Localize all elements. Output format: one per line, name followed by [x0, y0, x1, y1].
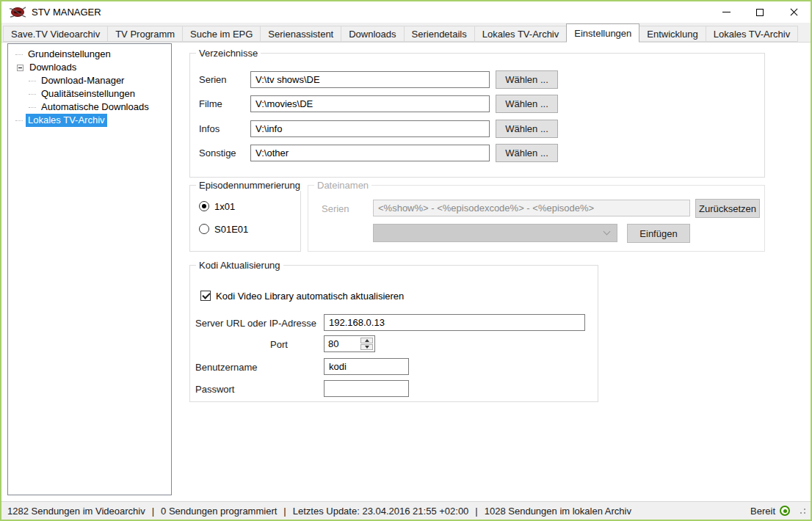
tree-item-lokales-tv-archiv[interactable]: Lokales TV-Archiv — [8, 114, 171, 127]
server-url-input[interactable] — [324, 314, 585, 331]
filme-dir-browse-button[interactable]: Wählen ... — [496, 95, 558, 113]
status-ready-icon — [780, 506, 790, 516]
status-lokales-archiv-count: 1028 Sendungen im lokalen Archiv — [485, 506, 631, 517]
tab-lokales-tv-archiv[interactable]: Lokales TV-Archiv — [474, 26, 568, 42]
close-button[interactable] — [777, 1, 811, 23]
app-window: STV MANAGER Save.TV Videoarchiv TV Progr… — [0, 0, 812, 521]
filme-dir-input[interactable] — [250, 95, 490, 112]
group-kodi-aktualisierung: Kodi Aktualisierung Kodi Video Library a… — [189, 265, 598, 402]
collapse-icon[interactable] — [17, 65, 23, 71]
tab-downloads[interactable]: Downloads — [341, 26, 404, 42]
passwort-input[interactable] — [324, 380, 409, 397]
status-separator: | — [475, 506, 477, 517]
tree-connector — [29, 94, 36, 95]
group-episodennummerierung: Episodennummerierung 1x01 S01E01 — [189, 185, 301, 252]
status-programmiert-count: 0 Sendungen programmiert — [161, 506, 277, 517]
group-title: Dateinamen — [314, 180, 371, 191]
infos-dir-browse-button[interactable]: Wählen ... — [496, 120, 558, 138]
group-title: Verzeichnisse — [196, 48, 261, 59]
tree-connector — [15, 120, 23, 121]
tab-entwicklung[interactable]: Entwicklung — [639, 26, 706, 42]
status-bar: 1282 Sendungen im Videoarchiv | 0 Sendun… — [1, 501, 811, 520]
arrow-up-icon — [365, 339, 369, 342]
infos-dir-label: Infos — [199, 123, 220, 134]
filme-dir-label: Filme — [199, 98, 222, 109]
tab-bar: Save.TV Videoarchiv TV Programm Suche im… — [1, 23, 811, 43]
arrow-down-icon — [365, 346, 369, 349]
spin-down-button[interactable] — [360, 344, 373, 350]
benutzername-label: Benutzername — [195, 362, 258, 373]
tree-item-automatische-downloads[interactable]: Automatische Downloads — [8, 101, 171, 114]
tree-item-grundeinstellungen[interactable]: Grundeinstellungen — [8, 48, 171, 61]
einfuegen-button[interactable]: Einfügen — [627, 224, 690, 243]
settings-page: Grundeinstellungen Downloads Download-Ma… — [1, 43, 811, 501]
maximize-button[interactable] — [743, 1, 777, 23]
settings-tree: Grundeinstellungen Downloads Download-Ma… — [7, 43, 172, 495]
zuruecksetzen-button[interactable]: Zurücksetzen — [695, 199, 760, 218]
tab-lokales-tv-archiv-2[interactable]: Lokales TV-Archiv — [706, 26, 799, 42]
window-controls — [709, 1, 811, 23]
group-dateinamen: Dateinamen Serien Zurücksetzen Einfügen — [308, 185, 765, 252]
tab-savetv-videoarchiv[interactable]: Save.TV Videoarchiv — [3, 26, 108, 42]
tree-connector — [29, 81, 36, 81]
benutzername-input[interactable] — [324, 358, 409, 375]
group-title: Episodennummerierung — [196, 180, 303, 191]
passwort-label: Passwort — [195, 384, 234, 395]
infos-dir-input[interactable] — [250, 120, 490, 137]
checkbox-icon — [200, 291, 211, 301]
window-title: STV MANAGER — [32, 7, 101, 18]
app-logo-icon — [9, 6, 26, 19]
sonstige-dir-label: Sonstige — [199, 147, 236, 159]
minimize-icon — [722, 12, 731, 12]
tree-connector — [15, 54, 23, 55]
server-url-label: Server URL oder IP-Adresse — [195, 318, 316, 329]
tree-item-downloads[interactable]: Downloads — [8, 61, 171, 74]
dateinamen-serien-label: Serien — [322, 203, 349, 214]
close-icon — [789, 8, 798, 17]
tab-einstellungen[interactable]: Einstellungen — [566, 23, 639, 43]
radio-1x01[interactable]: 1x01 — [199, 200, 235, 212]
port-stepper[interactable]: 80 — [324, 335, 375, 352]
tab-seriendetails[interactable]: Seriendetails — [404, 26, 475, 42]
serien-dir-input[interactable] — [250, 71, 490, 88]
spin-up-button[interactable] — [360, 338, 373, 343]
group-verzeichnisse: Verzeichnisse Serien Wählen ... Filme Wä… — [189, 53, 765, 178]
tree-connector — [29, 107, 36, 108]
serien-dir-label: Serien — [199, 74, 227, 85]
tab-tv-programm[interactable]: TV Programm — [107, 26, 183, 42]
group-title: Kodi Aktualisierung — [196, 260, 283, 271]
tree-item-qualitaetseinstellungen[interactable]: Qualitätseinstellungen — [8, 87, 171, 101]
serien-dir-browse-button[interactable]: Wählen ... — [496, 70, 558, 89]
radio-icon — [199, 201, 209, 211]
chevron-down-icon — [603, 228, 611, 236]
sonstige-dir-browse-button[interactable]: Wählen ... — [496, 144, 558, 162]
sonstige-dir-input[interactable] — [250, 145, 490, 161]
tab-suche-im-epg[interactable]: Suche im EPG — [182, 26, 261, 42]
status-separator: | — [283, 506, 286, 517]
status-videoarchiv-count: 1282 Sendungen im Videoarchiv — [7, 506, 145, 517]
radio-s01e01[interactable]: S01E01 — [199, 223, 248, 235]
title-bar: STV MANAGER — [1, 1, 811, 23]
radio-icon — [199, 224, 209, 234]
resize-grip[interactable] — [799, 507, 806, 514]
status-ready-label: Bereit — [750, 506, 775, 517]
platzhalter-dropdown — [373, 224, 617, 242]
tree-item-download-manager[interactable]: Download-Manager — [8, 74, 171, 87]
status-letztes-update: Letztes Update: 23.04.2016 21:55 +02:00 — [293, 506, 469, 517]
kodi-autoupdate-checkbox[interactable]: Kodi Video Library automatisch aktualisi… — [200, 290, 404, 302]
port-label: Port — [270, 339, 288, 350]
status-separator: | — [152, 506, 154, 517]
minimize-button[interactable] — [709, 1, 743, 23]
dateinamen-serien-input — [373, 200, 690, 216]
tab-serienassistent[interactable]: Serienassistent — [260, 26, 341, 42]
port-value: 80 — [325, 336, 360, 351]
maximize-icon — [756, 9, 764, 16]
